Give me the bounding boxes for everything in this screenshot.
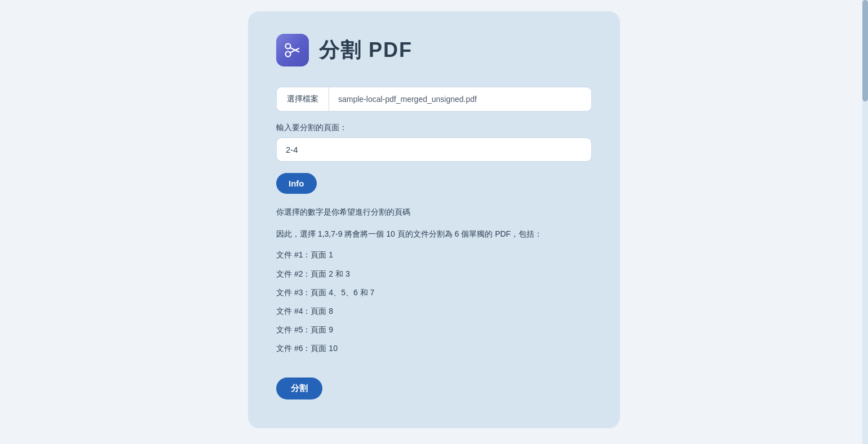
doc-item-1: 文件 #1：頁面 1 bbox=[276, 248, 592, 262]
pages-input[interactable] bbox=[276, 137, 592, 162]
doc-item-4: 文件 #4：頁面 8 bbox=[276, 304, 592, 318]
app-icon bbox=[276, 34, 309, 66]
doc-item-5: 文件 #5：頁面 9 bbox=[276, 323, 592, 337]
doc-item-2: 文件 #2：頁面 2 和 3 bbox=[276, 267, 592, 281]
info-line-2: 因此，選擇 1,3,7-9 將會將一個 10 頁的文件分割為 6 個單獨的 PD… bbox=[276, 227, 592, 241]
pages-label: 輸入要分割的頁面： bbox=[276, 123, 592, 133]
split-button[interactable]: 分割 bbox=[276, 378, 322, 399]
choose-file-button[interactable]: 選擇檔案 bbox=[277, 87, 329, 111]
file-picker-row: 選擇檔案 sample-local-pdf_merged_unsigned.pd… bbox=[276, 87, 592, 112]
app-title: 分割 PDF bbox=[319, 37, 413, 64]
app-header: 分割 PDF bbox=[276, 34, 592, 66]
scissors-icon bbox=[283, 41, 302, 60]
doc-item-3: 文件 #3：頁面 4、5、6 和 7 bbox=[276, 286, 592, 300]
doc-item-6: 文件 #6：頁面 10 bbox=[276, 341, 592, 356]
main-card: 分割 PDF 選擇檔案 sample-local-pdf_merged_unsi… bbox=[248, 11, 620, 428]
scrollbar-thumb bbox=[862, 0, 868, 101]
info-line-1: 你選擇的數字是你希望進行分割的頁碼 bbox=[276, 205, 592, 219]
info-button[interactable]: Info bbox=[276, 173, 317, 194]
window-scrollbar[interactable] bbox=[862, 0, 868, 444]
file-name-display: sample-local-pdf_merged_unsigned.pdf bbox=[329, 88, 591, 110]
doc-list: 文件 #1：頁面 1 文件 #2：頁面 2 和 3 文件 #3：頁面 4、5、6… bbox=[276, 248, 592, 356]
info-content-block: 你選擇的數字是你希望進行分割的頁碼 因此，選擇 1,3,7-9 將會將一個 10… bbox=[276, 205, 592, 356]
